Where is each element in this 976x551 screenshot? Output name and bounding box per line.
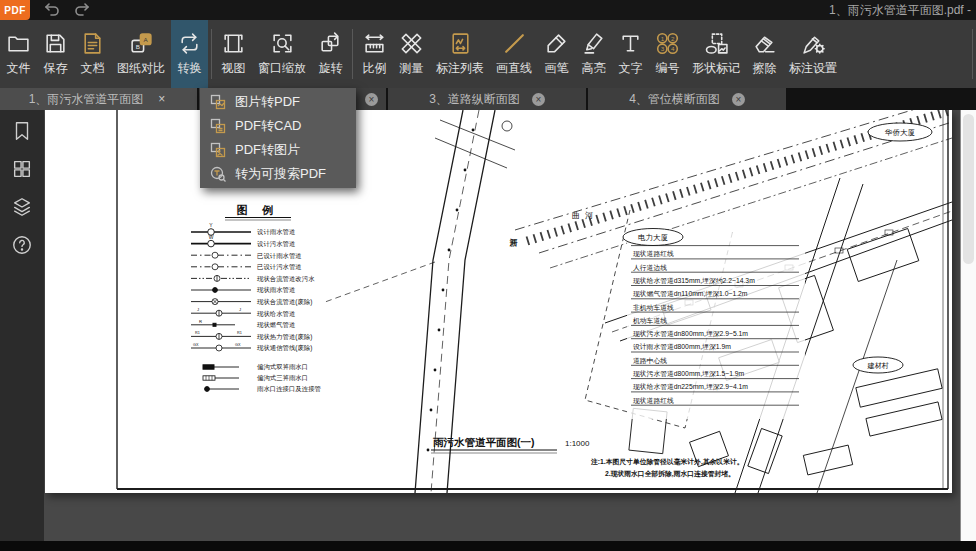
- pdf-to-cad-icon: [210, 118, 226, 134]
- tab-pipe-cross-section[interactable]: 4、管位横断面图 ×: [588, 88, 786, 110]
- menu-item-pdf-to-image[interactable]: PDF转图片: [200, 138, 356, 162]
- view-button[interactable]: 视图: [215, 20, 252, 88]
- undo-button[interactable]: [44, 3, 60, 17]
- svg-text:现状合流管道改污水: 现状合流管道改污水: [257, 275, 315, 283]
- measure-button[interactable]: 测量: [393, 20, 430, 88]
- number-icon: 1 2 3 4: [655, 31, 680, 56]
- scale-button[interactable]: 比例: [356, 20, 393, 88]
- svg-text:GX: GX: [235, 343, 241, 347]
- svg-text:R1: R1: [237, 331, 242, 335]
- tab-close-button[interactable]: ×: [365, 93, 378, 106]
- svg-text:道路中心线: 道路中心线: [633, 357, 667, 365]
- main-toolbar: 文件 保存 文档 B A 图纸对比 转换 视图 窗口缩放 旋转 比例: [0, 20, 976, 88]
- draw-line-icon: [502, 31, 527, 56]
- svg-text:雨污水管道平面图(一): 雨污水管道平面图(一): [433, 436, 535, 448]
- svg-text:已设计雨水管道: 已设计雨水管道: [257, 252, 302, 260]
- pen-button[interactable]: 画笔: [538, 20, 575, 88]
- drawing-compare-button[interactable]: B A 图纸对比: [111, 20, 171, 88]
- svg-text:设计雨水管道d800mm,埋深1.9m: 设计雨水管道d800mm,埋深1.9m: [633, 343, 731, 351]
- document-icon: [80, 31, 105, 56]
- svg-text:4: 4: [671, 45, 675, 52]
- svg-text:新开河: 新开河: [510, 238, 518, 247]
- annotation-settings-icon: [801, 31, 826, 56]
- drawing-compare-icon: B A: [129, 31, 154, 56]
- save-icon: [43, 31, 68, 56]
- annotation-list-button[interactable]: 标注列表: [430, 20, 490, 88]
- svg-text:现状给水管道: 现状给水管道: [257, 310, 295, 318]
- menu-item-image-to-pdf[interactable]: 图片转PDF: [200, 90, 356, 114]
- svg-text:现状通信管线(废除): 现状通信管线(废除): [257, 344, 312, 352]
- redo-icon: [74, 3, 90, 17]
- manhole-dots: [427, 129, 475, 452]
- svg-text:建材村: 建材村: [867, 362, 889, 370]
- vertical-scrollbar[interactable]: [960, 110, 976, 541]
- svg-text:现状燃气管道dn110mm,埋深1.0~1.2m: 现状燃气管道dn110mm,埋深1.0~1.2m: [633, 290, 748, 298]
- svg-text:已设计污水管道: 已设计污水管道: [257, 263, 302, 271]
- bookmark-icon[interactable]: [11, 120, 33, 142]
- view-icon: [221, 31, 246, 56]
- save-button[interactable]: 保存: [37, 20, 74, 88]
- image-to-pdf-icon: [210, 94, 226, 110]
- tab-road-profile[interactable]: 3、道路纵断面图 ×: [388, 88, 586, 110]
- scrollbar-thumb[interactable]: [963, 114, 974, 264]
- svg-text:曲河: 曲河: [572, 211, 598, 220]
- tab-plan-drawing[interactable]: 1、雨污水管道平面图 ×: [0, 88, 197, 110]
- pdf-page[interactable]: 图 例 Y 设计雨水管道 W 设计污水管道 已设计雨水管道: [45, 110, 952, 493]
- svg-text:现状雨水管道: 现状雨水管道: [257, 286, 295, 294]
- left-sidebar: [0, 110, 44, 541]
- folder-icon: [6, 31, 31, 56]
- menu-item-searchable-pdf[interactable]: 转为可搜索PDF: [200, 162, 356, 186]
- help-icon[interactable]: [11, 234, 33, 256]
- document-tab-bar: 1、雨污水管道平面图 × × 3、道路纵断面图 × 4、管位横断面图 ×: [0, 88, 976, 110]
- toolbar-separator: [352, 29, 353, 79]
- annotation-settings-button[interactable]: 标注设置: [783, 20, 843, 88]
- svg-text:设计雨水管道: 设计雨水管道: [257, 228, 295, 236]
- svg-text:非机动车道线: 非机动车道线: [633, 304, 674, 311]
- pdf-to-image-icon: [210, 142, 226, 158]
- toolbar-separator: [972, 29, 973, 79]
- svg-text:图 例: 图 例: [236, 204, 279, 216]
- thumbnail-icon[interactable]: [11, 158, 33, 180]
- svg-text:偏沟式双箅雨水口: 偏沟式双箅雨水口: [257, 363, 308, 371]
- shape-mark-button[interactable]: 形状标记: [686, 20, 746, 88]
- layers-icon[interactable]: [11, 196, 33, 218]
- convert-dropdown-menu: 图片转PDF PDF转CAD PDF转图片 转为可搜索PDF: [200, 88, 356, 188]
- convert-button[interactable]: 转换: [171, 20, 208, 88]
- sheet-title-block: 雨污水管道平面图(一) 1:1000 注:1.本图尺寸单位除管径以毫米计外,其余…: [431, 436, 744, 478]
- svg-text:2.现状雨水口全部拆除,雨水口连接管封堵。: 2.现状雨水口全部拆除,雨水口连接管封堵。: [605, 470, 735, 478]
- menu-item-pdf-to-cad[interactable]: PDF转CAD: [200, 114, 356, 138]
- document-canvas[interactable]: 图 例 Y 设计雨水管道 W 设计污水管道 已设计雨水管道: [44, 110, 960, 541]
- rotate-button[interactable]: 旋转: [312, 20, 349, 88]
- window-zoom-icon: [270, 31, 295, 56]
- svg-text:3: 3: [661, 45, 665, 52]
- convert-icon: [177, 31, 202, 56]
- number-button[interactable]: 1 2 3 4 编号: [649, 20, 686, 88]
- document-button[interactable]: 文档: [74, 20, 111, 88]
- svg-text:现状道路红线: 现状道路红线: [633, 250, 674, 258]
- redo-button[interactable]: [74, 3, 90, 17]
- svg-text:电力大厦: 电力大厦: [638, 233, 669, 242]
- text-button[interactable]: 文字: [612, 20, 649, 88]
- undo-icon: [44, 3, 60, 17]
- svg-text:2: 2: [671, 35, 675, 42]
- text-icon: [618, 31, 643, 56]
- title-bar: PDF 1、雨污水管道平面图.pdf -: [0, 0, 976, 20]
- rotate-icon: [318, 31, 343, 56]
- highlight-button[interactable]: 高亮: [575, 20, 612, 88]
- scale-icon: [362, 31, 387, 56]
- tab-close-button[interactable]: ×: [732, 93, 745, 106]
- window-zoom-button[interactable]: 窗口缩放: [252, 20, 312, 88]
- svg-text:GX: GX: [193, 343, 199, 347]
- tab-close-button[interactable]: ×: [155, 93, 168, 106]
- svg-text:现状污水管道d800mm,埋深1.5~1.9m: 现状污水管道d800mm,埋深1.5~1.9m: [633, 370, 745, 378]
- annotation-list-icon: [448, 31, 473, 56]
- file-button[interactable]: 文件: [0, 20, 37, 88]
- svg-text:R1: R1: [195, 331, 200, 335]
- draw-line-button[interactable]: 画直线: [490, 20, 538, 88]
- eraser-button[interactable]: 擦除: [746, 20, 783, 88]
- eraser-icon: [752, 31, 777, 56]
- svg-text:人行道边线: 人行道边线: [633, 264, 667, 272]
- svg-text:Y: Y: [209, 222, 213, 228]
- searchable-pdf-icon: [210, 166, 226, 182]
- tab-close-button[interactable]: ×: [532, 93, 545, 106]
